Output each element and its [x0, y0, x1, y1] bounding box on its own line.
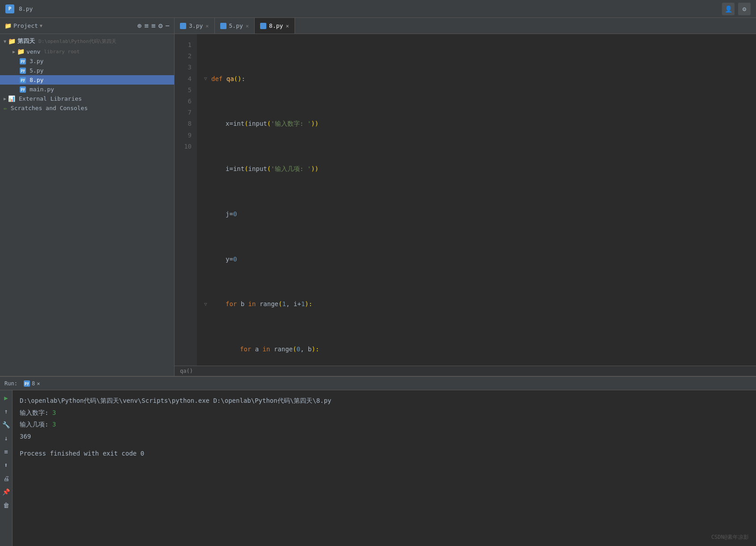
expand-arrow: ▶: [4, 96, 6, 101]
delete-icon[interactable]: 🗑: [1, 500, 11, 510]
watermark: CSDN@素年凉影: [711, 532, 749, 542]
code-content[interactable]: ▽ def qa(): x=int(input('输入数字: ')) i=int…: [197, 34, 756, 366]
run-button[interactable]: ▶: [1, 393, 11, 403]
code-line-3: i=int(input('输入几项: ')): [204, 163, 749, 175]
run-label: Run:: [4, 380, 17, 387]
fold-marker[interactable]: ▽: [204, 300, 211, 309]
file-3py[interactable]: py 3.py: [0, 56, 174, 66]
scratches-consoles[interactable]: ✏ Scratches and Consoles: [0, 103, 174, 113]
spacer: [20, 442, 749, 448]
scroll-down-button[interactable]: ↓: [1, 433, 11, 443]
pin-icon[interactable]: 📌: [1, 487, 11, 497]
breadcrumb-bar: qa(): [175, 366, 756, 376]
file-tree: ▼ 📁 第四天 D:\openlab\Python代码\第四天 ▶ 📁 venv…: [0, 34, 174, 376]
py-file-icon: [180, 23, 186, 29]
output-path: D:\openlab\Python代码\第四天\venv\Scripts\pyt…: [20, 397, 331, 404]
tab-bar: 📁 Project ▼ ⊕ ≡ ≡ ⚙ − 3.py ✕ 5.py ✕ 8.py…: [0, 18, 756, 34]
output-result: 369: [20, 433, 31, 440]
code-line-4: j=0: [204, 209, 749, 220]
code-line-5: y=0: [204, 254, 749, 265]
input1-label: 输入数字:: [20, 409, 52, 416]
run-sidebar: ▶ ↑ 🔧 ↓ ≡ ⬆ 🖨 📌 🗑: [0, 390, 13, 546]
file-5py[interactable]: py 5.py: [0, 66, 174, 75]
app-icon: P: [5, 4, 14, 13]
line-numbers: 1 2 3 4 5 6 7 8 9 10: [175, 34, 197, 366]
root-path: D:\openlab\Python代码\第四天: [38, 38, 116, 45]
run-panel-body: ▶ ↑ 🔧 ↓ ≡ ⬆ 🖨 📌 🗑 D:\openlab\Python代码\第四…: [0, 390, 756, 546]
input1-value: 3: [52, 409, 56, 416]
process-msg: Process finished with exit code 0: [20, 450, 144, 457]
py-icon: py: [20, 77, 26, 83]
expand-arrow: ▼: [4, 39, 6, 44]
toolbar-icons: ⊕ ≡ ≡ ⚙ −: [137, 21, 170, 30]
fold-marker[interactable]: ▽: [204, 74, 211, 83]
output-input2-line: 输入几项: 3: [20, 418, 749, 431]
editor-tabs: 3.py ✕ 5.py ✕ 8.py ✕: [175, 18, 756, 34]
dropdown-arrow[interactable]: ▼: [40, 23, 43, 28]
settings-button[interactable]: ⚙: [738, 3, 751, 15]
input2-value: 3: [52, 421, 56, 428]
main-area: ▼ 📁 第四天 D:\openlab\Python代码\第四天 ▶ 📁 venv…: [0, 34, 756, 376]
output-input1-line: 输入数字: 3: [20, 407, 749, 419]
py-icon: py: [20, 68, 26, 74]
close-run-tab[interactable]: ✕: [37, 380, 40, 387]
wrench-icon[interactable]: 🔧: [1, 420, 11, 430]
input2-label: 输入几项:: [20, 421, 52, 428]
print-icon[interactable]: 🖨: [1, 473, 11, 483]
title-bar: P 8.py 👤 ⚙: [0, 0, 756, 18]
py-icon: py: [20, 58, 26, 64]
py-icon: py: [24, 380, 30, 387]
breadcrumb: qa(): [180, 368, 193, 374]
venv-suffix: library root: [44, 49, 79, 55]
run-panel: Run: py 8 ✕ ▶ ↑ 🔧 ↓ ≡ ⬆ 🖨 📌 🗑 D:\openlab…: [0, 376, 756, 546]
scratch-icon: ✏: [4, 105, 7, 111]
file-mainpy[interactable]: py main.py: [0, 85, 174, 94]
run-tab-8[interactable]: py 8 ✕: [20, 380, 43, 387]
close-tab-8py[interactable]: ✕: [286, 23, 289, 29]
tab-8py[interactable]: 8.py ✕: [255, 18, 295, 34]
title-bar-controls: 👤 ⚙: [722, 3, 751, 15]
folder-icon: 📁: [4, 22, 12, 29]
code-line-7: for a in range(0, b):: [204, 344, 749, 355]
sync-icon[interactable]: ⊕: [137, 21, 142, 30]
root-folder[interactable]: ▼ 📁 第四天 D:\openlab\Python代码\第四天: [0, 36, 174, 47]
code-line-1: ▽ def qa():: [204, 73, 749, 85]
external-libraries[interactable]: ▶ 📊 External Libraries: [0, 94, 174, 103]
code-line-2: x=int(input('输入数字: ')): [204, 118, 749, 129]
code-line-6: ▽ for b in range(1, i+1):: [204, 299, 749, 310]
library-icon: 📊: [8, 95, 15, 102]
close-tab-3py[interactable]: ✕: [205, 23, 209, 29]
list2-icon[interactable]: ≡: [151, 21, 156, 30]
code-editor[interactable]: 1 2 3 4 5 6 7 8 9 10 ▽ def qa():: [175, 34, 756, 366]
venv-folder[interactable]: ▶ 📁 venv library root: [0, 47, 174, 56]
project-section: 📁 Project ▼ ⊕ ≡ ≡ ⚙ −: [0, 18, 175, 34]
settings-icon[interactable]: ⚙: [158, 21, 163, 30]
project-sidebar: ▼ 📁 第四天 D:\openlab\Python代码\第四天 ▶ 📁 venv…: [0, 34, 175, 376]
run-output: D:\openlab\Python代码\第四天\venv\Scripts\pyt…: [13, 390, 756, 546]
list-icon[interactable]: ≡: [144, 21, 149, 30]
user-button[interactable]: 👤: [722, 3, 735, 15]
expand-arrow: ▶: [13, 49, 15, 54]
tab-5py[interactable]: 5.py ✕: [215, 18, 255, 34]
folder-icon: 📁: [17, 48, 25, 55]
py-file-icon: [220, 23, 226, 29]
minimize-icon[interactable]: −: [165, 21, 170, 30]
editor-area: 1 2 3 4 5 6 7 8 9 10 ▽ def qa():: [175, 34, 756, 376]
py-file-icon: [260, 23, 266, 29]
list-icon[interactable]: ≡: [1, 447, 11, 456]
upload-icon[interactable]: ⬆: [1, 460, 11, 470]
output-process-line: Process finished with exit code 0: [20, 448, 749, 460]
window-title: 8.py: [19, 5, 33, 12]
tab-3py[interactable]: 3.py ✕: [175, 18, 215, 34]
folder-icon: 📁: [8, 38, 16, 45]
py-icon: py: [20, 86, 26, 93]
output-path-line: D:\openlab\Python代码\第四天\venv\Scripts\pyt…: [20, 395, 749, 407]
close-tab-5py[interactable]: ✕: [246, 23, 249, 29]
output-result-line: 369: [20, 431, 749, 443]
run-tab-bar: Run: py 8 ✕: [0, 377, 756, 390]
file-8py[interactable]: py 8.py: [0, 75, 174, 85]
project-label: 📁 Project ▼: [4, 22, 43, 29]
scroll-up-button[interactable]: ↑: [1, 406, 11, 416]
